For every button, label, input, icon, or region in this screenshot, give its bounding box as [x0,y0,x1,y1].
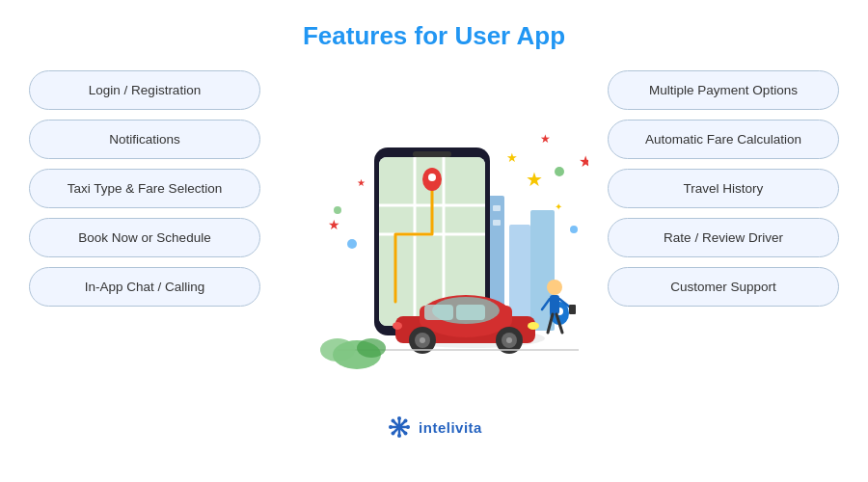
feature-rate-review[interactable]: Rate / Review Driver [608,218,839,257]
feature-book-schedule[interactable]: Book Now or Schedule [29,218,260,257]
svg-text:★: ★ [506,150,518,165]
svg-rect-54 [550,295,559,314]
svg-point-47 [528,322,539,330]
svg-point-31 [334,206,341,214]
svg-point-43 [420,337,425,343]
svg-point-74 [404,432,408,436]
svg-point-73 [392,419,395,423]
feature-chat-calling[interactable]: In-App Chat / Calling [29,267,260,307]
feature-taxi-fare[interactable]: Taxi Type & Fare Selection [29,169,260,208]
brand-name-text: intelivita [419,419,482,436]
feature-login-registration[interactable]: Login / Registration [29,70,260,110]
svg-rect-40 [456,305,485,320]
svg-text:★: ★ [540,132,551,146]
right-features-column: Multiple Payment Options Automatic Fare … [608,61,839,307]
svg-point-46 [506,337,512,343]
footer-branding: intelivita [0,408,868,441]
feature-customer-support[interactable]: Customer Support [608,267,839,307]
feature-travel-history[interactable]: Travel History [608,169,839,208]
svg-text:★: ★ [357,177,366,188]
svg-text:★: ★ [526,169,543,190]
main-heading: Features for User App [0,21,868,51]
svg-rect-22 [413,151,451,157]
svg-point-72 [406,425,410,429]
feature-fare-calculation[interactable]: Automatic Fare Calculation [608,120,839,159]
svg-point-62 [320,338,355,362]
svg-point-53 [547,280,562,295]
svg-text:★: ★ [328,217,340,232]
feature-notifications[interactable]: Notifications [29,120,260,159]
main-layout: Login / Registration Notifications Taxi … [0,61,868,408]
center-illustration: ★ ★ ★ ★ ★ ★ ✦ [280,61,588,408]
svg-point-48 [393,322,402,330]
svg-point-30 [555,167,564,176]
svg-rect-59 [569,305,576,314]
left-features-column: Login / Registration Notifications Taxi … [29,61,260,307]
brand-logo: intelivita [386,414,482,441]
svg-text:✦: ✦ [555,201,562,212]
svg-point-63 [357,338,386,358]
svg-point-69 [397,416,401,420]
svg-point-32 [347,239,357,249]
svg-rect-39 [424,305,453,320]
svg-point-33 [570,226,578,233]
svg-point-20 [428,174,436,181]
svg-point-70 [397,434,401,438]
feature-payment-options[interactable]: Multiple Payment Options [608,70,839,110]
svg-point-76 [392,432,395,436]
svg-rect-2 [509,225,530,331]
svg-text:★: ★ [579,153,588,170]
svg-rect-11 [493,220,501,226]
brand-icon [386,414,413,441]
svg-point-75 [404,419,408,423]
page-title: Features for User App [0,0,868,61]
svg-rect-9 [493,205,501,211]
svg-point-71 [389,425,393,429]
